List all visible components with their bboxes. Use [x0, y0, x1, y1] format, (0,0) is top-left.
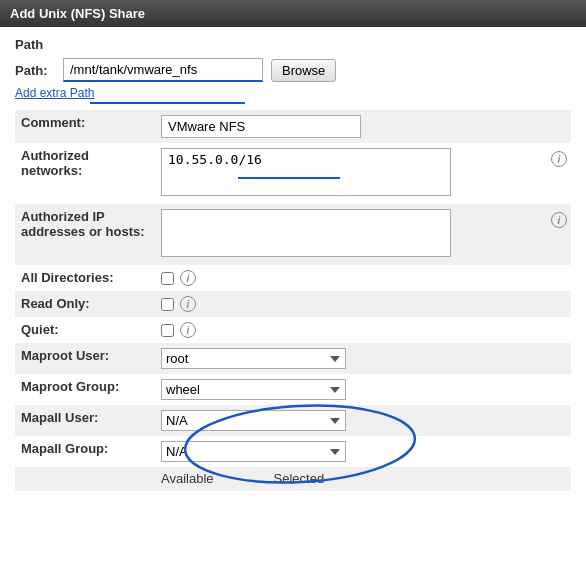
read-only-row: Read Only: i	[15, 291, 571, 317]
authorized-networks-row: Authorized networks: 10.55.0.0/16 i	[15, 143, 571, 204]
quiet-row: Quiet: i	[15, 317, 571, 343]
browse-button[interactable]: Browse	[271, 59, 336, 82]
maproot-group-cell: wheel	[155, 374, 571, 405]
comment-label: Comment:	[15, 110, 155, 143]
read-only-checkbox[interactable]	[161, 298, 174, 311]
mapall-group-select[interactable]: N/A	[161, 441, 346, 462]
maproot-user-label: Maproot User:	[15, 343, 155, 374]
all-directories-label: All Directories:	[15, 265, 155, 291]
comment-cell	[155, 110, 571, 143]
all-directories-cell: i	[155, 265, 571, 291]
maproot-user-row: Maproot User: root	[15, 343, 571, 374]
mapall-group-row: Mapall Group: N/A	[15, 436, 571, 467]
available-selected-row: Available Selected	[15, 467, 571, 491]
mapall-user-cell: N/A	[155, 405, 571, 436]
maproot-group-label: Maproot Group:	[15, 374, 155, 405]
available-selected-cell-left	[15, 467, 155, 491]
path-input[interactable]	[63, 58, 263, 82]
mapall-user-select[interactable]: N/A	[161, 410, 346, 431]
comment-row: Comment:	[15, 110, 571, 143]
all-directories-checkbox[interactable]	[161, 272, 174, 285]
mapall-group-label: Mapall Group:	[15, 436, 155, 467]
maproot-user-select[interactable]: root	[161, 348, 346, 369]
quiet-cell: i	[155, 317, 571, 343]
mapall-group-cell: N/A	[155, 436, 571, 467]
all-directories-row: All Directories: i	[15, 265, 571, 291]
path-row: Path: Browse	[15, 58, 571, 82]
authorized-ip-info-icon[interactable]: i	[551, 212, 567, 228]
form-table: Comment: Authorized networks: 10.55.0.0/…	[15, 110, 571, 491]
mapall-group-select-wrapper: N/A	[161, 441, 346, 462]
quiet-info-icon[interactable]: i	[180, 322, 196, 338]
available-selected-cell-right: Available Selected	[155, 467, 571, 491]
authorized-ip-cell: i	[155, 204, 571, 265]
read-only-label: Read Only:	[15, 291, 155, 317]
mapall-user-label: Mapall User:	[15, 405, 155, 436]
authorized-ip-label: Authorized IP addresses or hosts:	[15, 204, 155, 265]
quiet-label: Quiet:	[15, 317, 155, 343]
maproot-user-cell: root	[155, 343, 571, 374]
maproot-user-select-wrapper: root	[161, 348, 346, 369]
read-only-info-icon[interactable]: i	[180, 296, 196, 312]
all-directories-info-icon[interactable]: i	[180, 270, 196, 286]
path-label: Path:	[15, 63, 55, 78]
mapall-user-row: Mapall User: N/A	[15, 405, 571, 436]
authorized-ip-row: Authorized IP addresses or hosts: i	[15, 204, 571, 265]
authorized-networks-cell: 10.55.0.0/16 i	[155, 143, 571, 204]
selected-label: Selected	[274, 471, 325, 486]
maproot-group-row: Maproot Group: wheel	[15, 374, 571, 405]
authorized-networks-info-icon[interactable]: i	[551, 151, 567, 167]
maproot-group-select[interactable]: wheel	[161, 379, 346, 400]
comment-input[interactable]	[161, 115, 361, 138]
window-title: Add Unix (NFS) Share	[0, 0, 586, 27]
quiet-checkbox[interactable]	[161, 324, 174, 337]
authorized-ip-input[interactable]	[161, 209, 451, 257]
authorized-networks-input[interactable]: 10.55.0.0/16	[161, 148, 451, 196]
path-section-label: Path	[15, 37, 571, 52]
maproot-group-select-wrapper: wheel	[161, 379, 346, 400]
authorized-networks-label: Authorized networks:	[15, 143, 155, 204]
add-extra-path-link[interactable]: Add extra Path	[15, 86, 571, 100]
read-only-cell: i	[155, 291, 571, 317]
available-label: Available	[161, 471, 214, 486]
mapall-user-select-wrapper: N/A	[161, 410, 346, 431]
